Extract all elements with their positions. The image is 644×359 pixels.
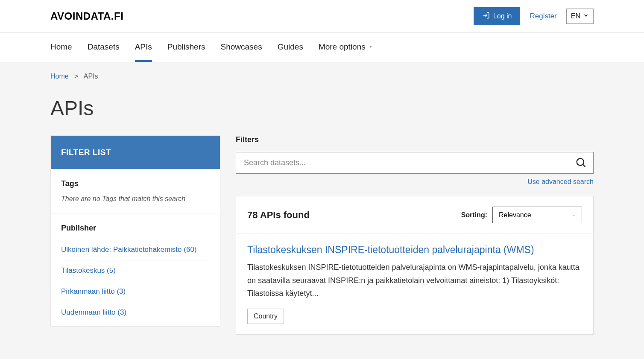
language-selector[interactable]: EN: [566, 9, 594, 24]
publisher-link[interactable]: Uudenmaan liitto (3): [61, 308, 126, 316]
caret-down-icon: [368, 42, 373, 52]
publisher-link[interactable]: Ulkoinen lähde: Paikkatietohakemisto (60…: [61, 245, 197, 254]
result-item: Tilastokeskuksen INSPIRE-tietotuotteiden…: [236, 234, 593, 334]
nav-apis[interactable]: APIs: [135, 33, 152, 62]
result-tag[interactable]: Country: [247, 309, 284, 324]
register-link[interactable]: Register: [530, 12, 556, 20]
publisher-filter-item[interactable]: Tilastokeskus (5): [61, 260, 210, 281]
nav-publishers[interactable]: Publishers: [167, 33, 205, 62]
filter-sidebar: FILTER LIST Tags There are no Tags that …: [50, 135, 220, 327]
tags-empty-message: There are no Tags that match this search: [61, 195, 210, 203]
result-title-link[interactable]: Tilastokeskuksen INSPIRE-tietotuotteiden…: [247, 244, 582, 256]
search-icon: [575, 163, 587, 169]
breadcrumb-separator: >: [74, 73, 78, 80]
filter-list-header: FILTER LIST: [51, 136, 220, 169]
publisher-filter-item[interactable]: Ulkoinen lähde: Paikkatietohakemisto (60…: [61, 239, 210, 260]
publisher-heading: Publisher: [61, 224, 210, 233]
results-count: 78 APIs found: [247, 210, 310, 221]
sort-label: Sorting:: [461, 211, 487, 219]
publisher-filter-item[interactable]: Pirkanmaan liitto (3): [61, 281, 210, 302]
site-logo[interactable]: AVOINDATA.FI: [50, 10, 123, 22]
publisher-filter-item[interactable]: Uudenmaan liitto (3): [61, 302, 210, 323]
nav-more-options[interactable]: More options: [319, 33, 373, 62]
filters-heading: Filters: [236, 135, 594, 144]
nav-guides[interactable]: Guides: [278, 33, 303, 62]
publisher-link[interactable]: Tilastokeskus (5): [61, 266, 116, 274]
nav-datasets[interactable]: Datasets: [88, 33, 120, 62]
search-input[interactable]: [236, 152, 594, 174]
svg-point-1: [577, 158, 584, 165]
language-label: EN: [571, 12, 580, 20]
tags-heading: Tags: [61, 179, 210, 188]
search-button[interactable]: [572, 154, 589, 172]
breadcrumb-current: APIs: [84, 73, 98, 80]
nav-home[interactable]: Home: [50, 33, 72, 62]
login-label: Log in: [493, 12, 512, 20]
nav-showcases[interactable]: Showcases: [221, 33, 262, 62]
nav-more-label: More options: [319, 42, 366, 52]
login-icon: [482, 12, 490, 21]
breadcrumb: Home > APIs: [50, 62, 594, 85]
breadcrumb-home[interactable]: Home: [50, 73, 69, 80]
result-description: Tilastokeskuksen INSPIRE-tietotuotteiden…: [247, 261, 582, 300]
svg-line-2: [583, 164, 585, 167]
advanced-search-link[interactable]: Use advanced search: [527, 178, 594, 185]
chevron-down-icon: [583, 12, 589, 20]
sort-select[interactable]: Relevance: [492, 207, 582, 223]
publisher-link[interactable]: Pirkanmaan liitto (3): [61, 287, 126, 295]
login-button[interactable]: Log in: [474, 7, 521, 25]
page-title: APIs: [50, 85, 594, 135]
